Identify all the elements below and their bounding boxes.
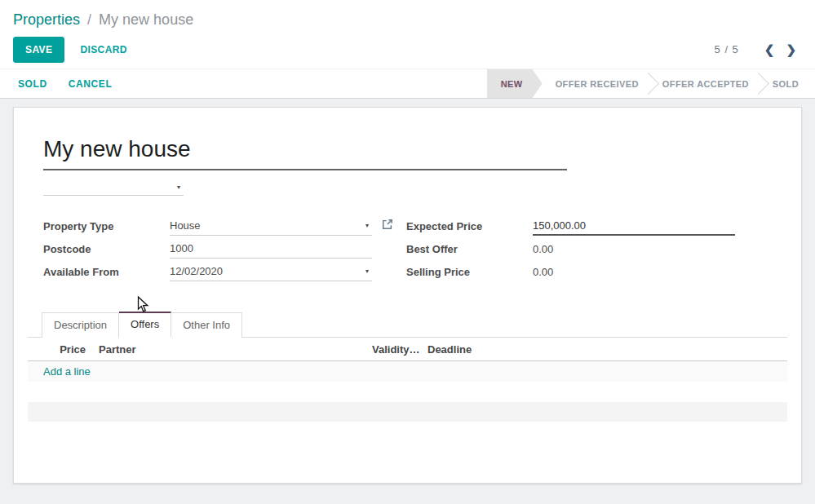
status-step-offer-accepted[interactable]: OFFER ACCEPTED [649,69,762,98]
status-step-offer-received[interactable]: OFFER RECEIVED [543,69,652,98]
add-a-line-link[interactable]: Add a line [43,365,91,378]
postcode-input[interactable]: 1000 [170,242,372,259]
dropdown-caret-icon: ▾ [177,184,180,191]
pager: 5 / 5 ❮ ❯ [715,42,802,57]
property-type-input[interactable]: House ▾ [170,219,372,236]
field-available-from: Available From 12/02/2020 ▾ [43,259,406,281]
field-column-left: Property Type House ▾ Postcode [43,214,406,282]
status-step-new[interactable]: NEW [487,69,543,98]
form-sheet: My new house ▾ Property Type House ▾ [13,107,802,484]
form-view: My new house ▾ Property Type House ▾ [0,99,815,504]
field-expected-price: Expected Price 150,000.00 [406,214,769,236]
pager-next-icon[interactable]: ❯ [780,42,802,57]
field-best-offer: Best Offer 0.00 [406,237,769,259]
notebook: Description Offers Other Info Price Part… [28,312,787,422]
tab-bar: Description Offers Other Info [28,312,787,338]
field-postcode: Postcode 1000 [43,237,406,259]
property-type-label: Property Type [43,220,170,236]
available-from-input[interactable]: 12/02/2020 ▾ [170,265,372,281]
offers-table-header-row: Price Partner Validity… Deadline [28,338,787,361]
status-steps: NEW OFFER RECEIVED OFFER ACCEPTED SOLD [487,69,815,98]
expected-price-input[interactable]: 150,000.00 [533,219,735,236]
sold-action-button[interactable]: SOLD [18,78,47,90]
status-bar-buttons: SOLD CANCEL [0,69,133,98]
best-offer-label: Best Offer [406,243,533,259]
tab-description[interactable]: Description [42,312,119,338]
best-offer-value: 0.00 [533,243,735,259]
property-tags-input[interactable]: ▾ [43,182,184,196]
field-selling-price: Selling Price 0.00 [406,259,769,281]
field-group: Property Type House ▾ Postcode [43,214,772,282]
dropdown-caret-icon: ▾ [365,223,369,229]
table-row [28,382,787,402]
offers-table: Price Partner Validity… Deadline Add a l… [28,338,787,422]
column-header-validity[interactable]: Validity… [365,338,421,361]
column-header-partner[interactable]: Partner [92,338,365,361]
column-header-price[interactable]: Price [28,338,92,361]
discard-button[interactable]: DISCARD [80,44,126,55]
property-name-input[interactable]: My new house [43,135,567,170]
available-from-label: Available From [43,266,170,281]
pager-value: 5 / 5 [715,43,739,55]
tab-offers[interactable]: Offers [119,312,171,338]
field-column-right: Expected Price 150,000.00 Best Offer 0.0… [406,214,769,282]
table-row: Add a line [28,361,787,382]
selling-price-value: 0.00 [533,266,735,281]
field-property-type: Property Type House ▾ [43,214,406,236]
dropdown-caret-icon: ▾ [365,268,369,275]
external-link-icon[interactable] [382,219,393,233]
tab-other-info[interactable]: Other Info [171,312,242,338]
breadcrumb-separator: / [87,11,91,28]
breadcrumb-properties-link[interactable]: Properties [13,11,80,28]
selling-price-label: Selling Price [406,266,533,281]
table-row [28,402,787,422]
column-header-deadline[interactable]: Deadline [421,338,787,361]
cancel-action-button[interactable]: CANCEL [69,78,113,90]
breadcrumb-current: My new house [99,11,193,28]
postcode-label: Postcode [43,243,170,259]
breadcrumb: Properties / My new house [13,11,802,29]
save-button[interactable]: SAVE [13,37,64,63]
pager-previous-icon[interactable]: ❮ [759,42,781,57]
expected-price-label: Expected Price [406,220,533,236]
control-panel: Properties / My new house SAVE DISCARD 5… [0,0,815,69]
toolbar: SAVE DISCARD 5 / 5 ❮ ❯ [13,37,802,62]
status-bar: SOLD CANCEL NEW OFFER RECEIVED OFFER ACC… [0,69,815,99]
